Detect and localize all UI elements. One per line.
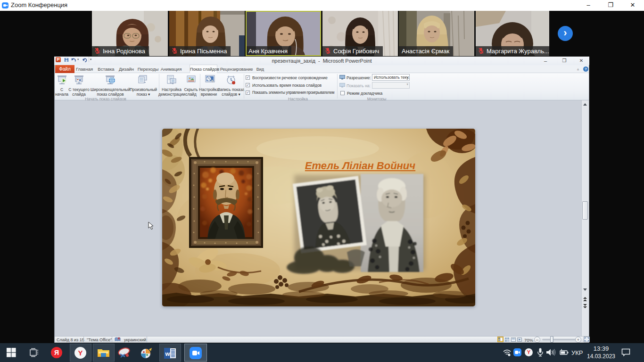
- svg-text:Етель Ліліан Войнич: Етель Ліліан Войнич: [305, 160, 415, 172]
- svg-text:w: w: [165, 350, 170, 357]
